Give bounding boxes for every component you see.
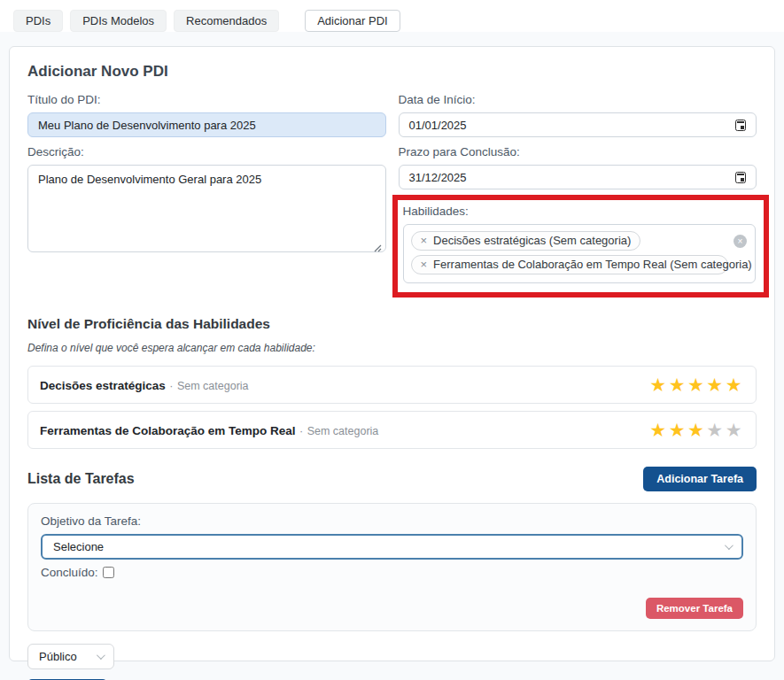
star-icon[interactable]: ★	[687, 420, 706, 440]
star-icon[interactable]: ★	[706, 420, 725, 440]
descricao-label: Descrição:	[27, 145, 386, 158]
objetivo-label: Objetivo da Tarefa:	[41, 514, 743, 528]
habilidades-label: Habilidades:	[403, 205, 757, 218]
form-right-column: Data de Início: 01/01/2025 Prazo para Co…	[399, 93, 757, 298]
skill-name: Ferramentas de Colaboração em Tempo Real	[40, 424, 296, 437]
tab-pdis-modelos[interactable]: PDIs Modelos	[70, 10, 167, 32]
skill-category: Sem categoria	[307, 425, 379, 437]
skill-name: Decisões estratégicas	[40, 379, 166, 392]
form-left-column: Título do PDI: Descrição: Plano de Desen…	[27, 93, 386, 298]
proficiencia-hint: Defina o nível que você espera alcançar …	[27, 342, 757, 354]
tag-remove-icon[interactable]: ×	[421, 258, 428, 271]
prazo-label: Prazo para Conclusão:	[399, 145, 757, 158]
tab-adicionar-pdi[interactable]: Adicionar PDI	[305, 10, 400, 32]
clear-all-icon[interactable]: ×	[734, 235, 747, 248]
tab-pdis[interactable]: PDIs	[13, 10, 63, 32]
objetivo-selected-value: Selecione	[53, 540, 104, 553]
resize-handle-icon[interactable]	[374, 240, 382, 248]
habilidades-highlight-box: Habilidades: × Decisões estratégicas (Se…	[392, 195, 770, 298]
descricao-textarea-wrap: Plano de Desenvolvimento Geral para 2025	[27, 165, 386, 256]
skill-separator: ·	[299, 425, 303, 437]
star-icon[interactable]: ★	[669, 375, 687, 395]
task-card: Objetivo da Tarefa: Selecione Concluído:…	[27, 503, 757, 631]
descricao-textarea[interactable]: Plano de Desenvolvimento Geral para 2025	[27, 165, 386, 252]
skill-separator: ·	[169, 380, 173, 392]
skill-category: Sem categoria	[177, 380, 249, 392]
tag-remove-icon[interactable]: ×	[421, 234, 428, 247]
star-icon[interactable]: ★	[726, 420, 744, 440]
tab-bar: PDIs PDIs Modelos Recomendados Adicionar…	[0, 0, 784, 32]
form-heading: Adicionar Novo PDI	[27, 63, 757, 81]
chevron-down-icon	[97, 651, 105, 660]
star-rating[interactable]: ★★★★★	[649, 421, 744, 439]
form-grid: Título do PDI: Descrição: Plano de Desen…	[27, 93, 757, 298]
skill-row: Ferramentas de Colaboração em Tempo Real…	[27, 411, 757, 449]
habilidade-tag-label: Ferramentas de Colaboração em Tempo Real…	[433, 258, 752, 271]
star-icon[interactable]: ★	[687, 375, 706, 395]
titulo-input[interactable]	[27, 112, 386, 137]
star-icon[interactable]: ★	[649, 375, 668, 395]
prazo-value: 31/12/2025	[409, 171, 467, 184]
prazo-input[interactable]: 31/12/2025	[399, 165, 757, 189]
calendar-icon[interactable]	[735, 120, 746, 131]
habilidades-multiselect[interactable]: × Decisões estratégicas (Sem categoria) …	[403, 224, 757, 283]
tarefas-heading: Lista de Tarefas	[27, 471, 135, 487]
task-actions: Remover Tarefa	[41, 598, 743, 619]
visibilidade-selected-value: Público	[39, 650, 77, 663]
remover-tarefa-button[interactable]: Remover Tarefa	[646, 598, 743, 619]
concluido-row: Concluído:	[41, 566, 743, 579]
proficiencia-heading: Nível de Proficiência das Habilidades	[27, 316, 757, 332]
data-inicio-label: Data de Início:	[399, 93, 757, 106]
calendar-icon[interactable]	[735, 172, 746, 183]
habilidade-tag-label: Decisões estratégicas (Sem categoria)	[433, 234, 631, 247]
star-icon[interactable]: ★	[726, 375, 744, 395]
objetivo-select[interactable]: Selecione	[41, 534, 743, 560]
add-pdi-form-card: Adicionar Novo PDI Título do PDI: Descri…	[9, 46, 775, 661]
concluido-label: Concluído:	[41, 566, 98, 579]
chevron-down-icon	[725, 541, 734, 550]
tasks-header: Lista de Tarefas Adicionar Tarefa	[27, 467, 757, 491]
data-inicio-value: 01/01/2025	[409, 119, 467, 132]
star-icon[interactable]: ★	[669, 420, 687, 440]
concluido-checkbox[interactable]	[103, 567, 114, 578]
star-rating[interactable]: ★★★★★	[649, 375, 744, 394]
skill-title: Ferramentas de Colaboração em Tempo Real…	[40, 422, 378, 438]
skill-title: Decisões estratégicas · Sem categoria	[40, 377, 249, 393]
star-icon[interactable]: ★	[649, 420, 668, 440]
titulo-label: Título do PDI:	[27, 93, 386, 106]
adicionar-tarefa-button[interactable]: Adicionar Tarefa	[643, 467, 757, 491]
habilidade-tag[interactable]: × Decisões estratégicas (Sem categoria)	[411, 231, 641, 251]
tab-recomendados[interactable]: Recomendados	[174, 10, 279, 32]
skill-row: Decisões estratégicas · Sem categoria ★★…	[27, 366, 757, 404]
star-icon[interactable]: ★	[706, 375, 725, 395]
visibilidade-select[interactable]: Público	[27, 644, 114, 669]
data-inicio-input[interactable]: 01/01/2025	[399, 112, 757, 137]
habilidade-tag[interactable]: × Ferramentas de Colaboração em Tempo Re…	[411, 255, 729, 274]
